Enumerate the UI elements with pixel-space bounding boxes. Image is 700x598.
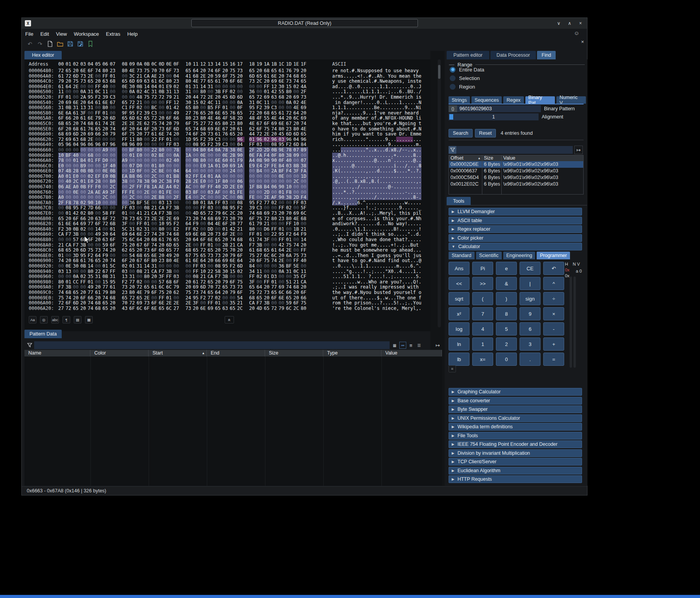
calc-button-Pi[interactable]: Pi — [472, 262, 493, 275]
tool-file-tools[interactable]: ▶File Tools — [449, 432, 582, 440]
binary-pattern-input[interactable]: 960196029603 — [457, 105, 541, 112]
search-tab-regex[interactable]: Regex — [503, 96, 523, 104]
ascii-view-icon[interactable]: abc — [51, 316, 59, 323]
hex-row[interactable]: 00006920:000E300B1400015C020131143100000… — [29, 263, 421, 269]
pattern-jump-icon[interactable]: ↦ — [434, 342, 441, 349]
calc-tab-engineering[interactable]: Engineering — [503, 252, 535, 259]
bookmark-icon[interactable] — [87, 40, 94, 47]
keypad-toggle-icon[interactable]: ⌗ — [449, 365, 456, 372]
hex-row[interactable]: 000067A0:2FF87802901000000036BF5E0003130… — [29, 200, 421, 205]
save-icon[interactable] — [67, 40, 74, 47]
calc-button-3[interactable]: 3 — [520, 337, 541, 351]
grid-icon[interactable]: ▦ — [85, 316, 93, 323]
calc-tab-standard[interactable]: Standard — [449, 252, 475, 259]
calc-button-4[interactable]: 4 — [472, 322, 493, 336]
calc-button-_[interactable]: = — [543, 353, 564, 366]
minimize-button[interactable]: ∨ — [555, 20, 562, 27]
hex-row[interactable]: 00006980:8001CCFF01001595F27702000057686… — [29, 279, 421, 285]
hex-row[interactable]: 00006580:6E6A613F00FF01009F95F239C300004… — [29, 110, 421, 116]
calc-button-lb[interactable]: lb — [449, 353, 470, 366]
tab-pattern-editor[interactable]: Pattern editor — [447, 51, 489, 59]
hex-row[interactable]: 000065C0:6B6520746861742E2E2E2E627574207… — [29, 121, 421, 126]
alignment-slider[interactable]: 1 — [449, 113, 539, 120]
results-filter-input[interactable] — [456, 146, 573, 154]
calc-button-7[interactable]: 7 — [472, 307, 493, 320]
calc-button-_[interactable]: | — [520, 277, 541, 290]
search-tab-numeric-v-[interactable]: Numeric V... — [556, 96, 586, 104]
history-scrollbar-2[interactable] — [574, 276, 576, 368]
hex-row[interactable]: 00006720:00402C01E02800B038007838902C38F… — [29, 179, 421, 184]
hex-row[interactable]: 00006500:1100000A310C1100000A024C310B311… — [29, 89, 421, 94]
hex-row[interactable]: 000068E0:01003D95F264F900005468656E20492… — [29, 253, 421, 258]
hex-row[interactable]: 00006840:F2300B02001400015C310231008000E… — [29, 226, 421, 232]
reset-button[interactable]: Reset — [475, 129, 496, 137]
tool-byte-swapper[interactable]: ▶Byte Swapper — [449, 405, 582, 413]
calc-button-5[interactable]: 5 — [496, 322, 517, 336]
radio-icon[interactable] — [450, 75, 456, 81]
calc-button-_[interactable]: × — [543, 307, 564, 320]
calc-button-_[interactable]: . — [520, 353, 541, 366]
hex-row[interactable]: 000066E0:074B280B0B000E0B001D0F002CBE000… — [29, 168, 421, 174]
calc-button-ln[interactable]: ln — [449, 337, 470, 351]
feedback-smiley-icon[interactable]: ☺ — [574, 30, 579, 36]
calc-button-8[interactable]: 8 — [496, 307, 517, 320]
tree-view-icon[interactable]: ≔ — [399, 342, 406, 349]
funnel-icon[interactable] — [449, 146, 456, 154]
hex-row[interactable]: 00006A20:2772652074686520436F6C6F6E656C2… — [29, 306, 421, 311]
hex-row[interactable]: 00006680:10BF4000680000000001E00002BE000… — [29, 153, 421, 158]
hex-row[interactable]: 000068C0:6865206D75737420626520736F6D657… — [29, 247, 421, 253]
tool-http-requests[interactable]: ▶HTTP Requests — [449, 475, 582, 483]
calc-button-_[interactable]: - — [543, 322, 564, 336]
calc-tab-programmer[interactable]: Programmer — [537, 252, 570, 259]
braces-icon[interactable]: {} — [449, 105, 457, 112]
pattern-table-header[interactable]: NameColorStart▲EndSizeTypeValue — [24, 350, 442, 356]
hex-row[interactable]: 00006740:06AEA00BFFF0002C002FFFF81AAEA40… — [29, 184, 421, 189]
hex-editor-pane[interactable]: Address000102030405060708090A0B0C0D0E0F1… — [24, 59, 430, 331]
hex-row[interactable]: 00006A00:726F6D2074686520707269736F6E2E2… — [29, 300, 421, 306]
calc-button-x_[interactable]: x² — [449, 307, 470, 320]
result-row[interactable]: 0x000066376 Bytes\x96\x01\x96\x02\x96\x0… — [449, 168, 583, 174]
hex-row[interactable]: 000067C0:000895F27D660000FF03000821CAF73… — [29, 205, 421, 210]
results-header-row[interactable]: Offset▲SizeValue — [449, 155, 583, 161]
tool-llvm-demangler[interactable]: ▶LLVM Demangler — [449, 208, 582, 216]
alignment-slider-grip[interactable] — [449, 114, 453, 120]
result-row[interactable]: 0x000C56D46 Bytes\x96\x01\x96\x02\x96\x0… — [449, 174, 583, 181]
calc-button-x_[interactable]: x= — [472, 353, 493, 366]
table-view-icon[interactable]: ▦ — [391, 342, 398, 349]
save-as-icon[interactable] — [77, 40, 84, 47]
calc-button-0[interactable]: 0 — [496, 353, 517, 366]
hex-row[interactable]: 000065A0:6F6620616E79206D656D626572206F6… — [29, 115, 421, 121]
hex-row[interactable]: 000064C0:7920757365206368656D6963616C802… — [29, 78, 421, 84]
calc-button-2[interactable]: 2 — [496, 337, 517, 351]
open-file-icon[interactable] — [57, 40, 64, 47]
pattern-column-end[interactable]: End — [207, 350, 265, 356]
radio-icon[interactable] — [450, 67, 456, 73]
tool-color-picker[interactable]: ▶Color picker — [449, 234, 582, 242]
hex-row[interactable]: 000066C0:E00000B900001F400007D0000180000… — [29, 163, 421, 169]
calc-button-_[interactable]: ) — [496, 292, 517, 305]
calc-button-1[interactable]: 1 — [472, 337, 493, 351]
pilcrow-icon[interactable]: ¶ — [62, 316, 70, 323]
hex-row[interactable]: 000067E0:00014202800058FF01004121CAF73B0… — [29, 210, 421, 216]
hex-row[interactable]: 000069A0:F73B00004920776173207265616C6C7… — [29, 284, 421, 290]
tool-euclidean-algorithm[interactable]: ▶Euclidean Algorithm — [449, 467, 582, 475]
calc-button-_[interactable]: ÷ — [543, 292, 564, 305]
hex-row[interactable]: 00006640:0596049606960796089609000000FF0… — [29, 142, 421, 147]
calc-button-9[interactable]: 9 — [520, 307, 541, 320]
calc-button-_[interactable]: + — [543, 337, 564, 351]
hex-row[interactable]: 00006760:00000E002AAEA93FFFFE002E0001FE0… — [29, 189, 421, 195]
range-option-selection[interactable]: Selection — [450, 74, 480, 82]
hex-row[interactable]: 00006540:20696E2064616E67657221000000FF1… — [29, 100, 421, 105]
hex-row[interactable]: 00006660:000000000000A90000BF80002280007… — [29, 147, 421, 153]
search-tab-binary-pat-[interactable]: Binary Pat... — [525, 96, 555, 104]
hex-row[interactable]: 00006560:310B311331008000C1FF0200BC00014… — [29, 105, 421, 110]
close-button[interactable]: × — [577, 20, 584, 27]
result-row[interactable]: 0x0012E02C6 Bytes\x96\x01\x96\x02\x96\x0… — [449, 181, 583, 188]
hex-row[interactable]: 00006780:A000000000002C00002C00002EB8002… — [29, 195, 421, 200]
history-scrollbar[interactable] — [570, 276, 572, 368]
tab-hex-editor[interactable]: Hex editor — [24, 51, 62, 59]
tool-calculator[interactable]: ▼Calculator — [449, 243, 582, 250]
calc-button-_[interactable]: ^ — [543, 277, 564, 290]
case-sensitivity-icon[interactable]: Aa — [29, 316, 36, 323]
menu-item-view[interactable]: View — [52, 31, 70, 37]
